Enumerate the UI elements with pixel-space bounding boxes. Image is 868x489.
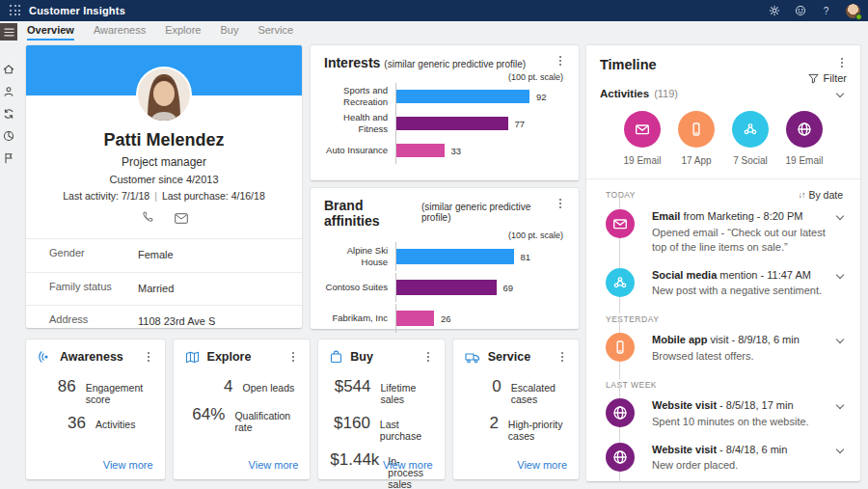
timeline-item[interactable]: Social media mention - 11:47 AMNew post … <box>600 261 847 306</box>
field-value: Married <box>138 281 174 298</box>
view-more-link[interactable]: View more <box>249 459 299 471</box>
bar-value-label: 92 <box>536 92 547 102</box>
tab-overview[interactable]: Overview <box>27 24 74 41</box>
more-options-icon[interactable] <box>288 351 298 363</box>
kpi-stat-value: $1.44k <box>330 450 378 470</box>
more-options-icon[interactable] <box>423 351 433 363</box>
filter-funnel-icon <box>808 73 819 84</box>
kpi-card-title: Explore <box>207 350 252 364</box>
activity-summary-label: 19 Email <box>786 155 824 166</box>
phone-icon[interactable] <box>141 210 153 228</box>
kpi-stat-label: Engagement score <box>86 382 153 405</box>
timeline-item[interactable]: Website visit - 8/4/18, 6 minNew order p… <box>600 436 847 480</box>
more-options-icon[interactable] <box>144 351 153 363</box>
activity-summary-web[interactable]: 19 Email <box>777 111 831 166</box>
sidebar-home-icon[interactable] <box>2 63 15 76</box>
view-more-link[interactable]: View more <box>517 459 567 471</box>
kpi-card-awareness: Awareness86Engagement score36ActivitiesV… <box>26 340 165 479</box>
timeline-item-title: Website visit - 8/4/18, 6 min <box>652 443 837 457</box>
kpi-card-title: Buy <box>350 350 373 364</box>
activity-summary-social[interactable]: 7 Social <box>723 111 777 166</box>
timeline-item[interactable]: Website visit - 8/5/18, 17 minSpent 10 m… <box>600 392 847 436</box>
field-value: 1108 23rd Ave SSeattle, Washington, USA <box>138 313 260 328</box>
tab-explore[interactable]: Explore <box>165 24 201 41</box>
kpi-stat-label: Escalated cases <box>511 382 567 405</box>
timeline-group-header: YESTERDAY <box>606 314 843 324</box>
chevron-down-icon[interactable] <box>836 90 844 97</box>
bar-row: Health and Fitness77 <box>324 110 565 137</box>
bar-category-label: Health and Fitness <box>324 112 395 135</box>
bar-value-label: 69 <box>503 283 514 293</box>
view-more-link[interactable]: View more <box>383 459 433 471</box>
kpi-card-header: Service <box>465 350 567 364</box>
more-options-icon[interactable] <box>557 351 567 363</box>
view-more-link[interactable]: View more <box>103 459 153 471</box>
timeline-group-label: YESTERDAY <box>606 314 659 324</box>
chevron-down-icon[interactable] <box>836 270 844 278</box>
settings-icon[interactable] <box>768 5 780 17</box>
sidebar-sync-icon[interactable] <box>2 107 15 121</box>
email-icon[interactable] <box>175 210 188 228</box>
user-avatar[interactable] <box>846 4 860 18</box>
timeline-item-body: Email from Marketing - 8:20 PMOpened ema… <box>652 209 837 255</box>
avatar-image <box>138 68 190 121</box>
feedback-icon[interactable] <box>794 5 806 17</box>
interests-chart-card: Interests (similar generic predictive pr… <box>311 45 579 180</box>
bar <box>396 249 514 264</box>
bar-zone: 77 <box>395 110 565 137</box>
bar-zone: 69 <box>395 273 565 302</box>
chevron-down-icon[interactable] <box>836 445 844 452</box>
sort-by-date-button[interactable]: ↓↑By date <box>798 189 843 201</box>
timeline-item-body: Social media mention - 11:47 AMNew post … <box>652 268 837 299</box>
help-icon[interactable]: ? <box>820 5 832 17</box>
tab-buy[interactable]: Buy <box>220 24 238 41</box>
sidebar-contacts-icon[interactable] <box>2 85 15 98</box>
more-options-icon[interactable] <box>556 55 565 67</box>
activity-summary-email[interactable]: 19 Email <box>615 111 669 166</box>
tab-service[interactable]: Service <box>258 24 293 41</box>
sidebar-menu-icon[interactable] <box>0 23 17 41</box>
timeline-list: TODAY↓↑By dateEmail from Marketing - 8:2… <box>600 189 847 479</box>
timeline-item-desc: Browsed latest offers. <box>652 349 835 364</box>
timeline-item[interactable]: Mobile app visit - 8/9/18, 6 minBrowsed … <box>600 326 847 370</box>
sort-label: By date <box>808 189 843 201</box>
chevron-down-icon[interactable] <box>836 401 844 409</box>
kpi-stat-value: 64% <box>185 405 226 424</box>
kpi-stat-row: 36Activities <box>38 414 153 433</box>
timeline-item[interactable]: Email from Marketing - 8:20 PMOpened ema… <box>600 203 847 261</box>
more-options-icon[interactable] <box>556 198 566 209</box>
field-label: Family status <box>49 281 138 298</box>
buy-icon <box>330 350 342 364</box>
kpi-stat-value: $160 <box>330 414 370 433</box>
contact-actions <box>26 210 302 228</box>
kpi-stat-row: 4Open leads <box>185 377 299 396</box>
kpi-stat-row: 2High-priority cases <box>465 414 567 442</box>
bar-value-label: 77 <box>515 119 526 129</box>
activity-summary: 19 Email17 App7 Social19 Email <box>600 111 847 166</box>
timeline-card: Timeline Filter Activities (119) 19 Emai… <box>586 45 860 481</box>
profile-card: Patti Melendez Project manager Customer … <box>26 45 302 328</box>
activity-summary-app[interactable]: 17 App <box>669 111 723 166</box>
chevron-down-icon[interactable] <box>836 212 844 220</box>
kpi-stat-value: 2 <box>465 414 499 433</box>
brand-affinities-chart-card: Brand affinities (similar generic predic… <box>311 188 579 329</box>
bar-row: Alpine Ski House81 <box>324 241 565 272</box>
sidebar-segments-icon[interactable] <box>2 129 15 143</box>
field-label: Address <box>49 313 138 328</box>
service-icon <box>465 351 480 364</box>
timeline-group-label: LAST WEEK <box>606 380 657 390</box>
bar <box>396 90 529 103</box>
kpi-card-title: Service <box>488 350 530 364</box>
sidebar-flag-icon[interactable] <box>2 151 15 165</box>
bar <box>396 144 445 157</box>
profile-field-row: GenderFemale <box>26 238 302 272</box>
bar-value-label: 26 <box>441 313 451 324</box>
chevron-down-icon[interactable] <box>836 336 844 343</box>
tab-awareness[interactable]: Awareness <box>94 24 146 41</box>
timeline-item-title: Website visit - 8/5/18, 17 min <box>652 398 837 413</box>
waffle-icon[interactable] <box>10 5 21 16</box>
customer-last-activity-line: Last activity: 7/1/18|Last purchase: 4/1… <box>26 190 302 202</box>
filter-button[interactable]: Filter <box>600 72 847 84</box>
more-options-icon[interactable] <box>837 57 847 68</box>
timeline-item-title: Mobile app visit - 8/9/18, 6 min <box>652 333 837 347</box>
